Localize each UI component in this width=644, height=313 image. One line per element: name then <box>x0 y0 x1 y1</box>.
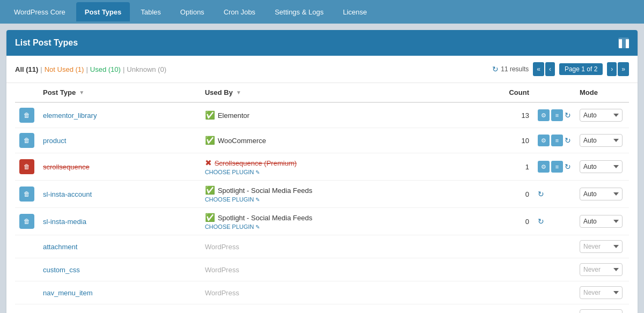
nav-tab-post-types[interactable]: Post Types <box>76 2 130 21</box>
row-trash-icon[interactable]: 🗑 <box>19 133 34 148</box>
used-by-name: ✅Spotlight - Social Media Feeds <box>205 213 312 222</box>
th-used-by[interactable]: Used By ▼ <box>201 83 501 102</box>
post-type-name: nav_menu_item <box>43 289 93 297</box>
count-cell <box>501 235 533 258</box>
mode-select[interactable]: AutoNeverAlways <box>580 215 623 228</box>
last-page-button[interactable]: » <box>618 62 629 76</box>
settings-icon[interactable]: ⚙ <box>538 135 550 146</box>
mode-select[interactable]: AutoNeverAlways <box>580 309 623 313</box>
edit-icon[interactable]: ≡ <box>551 135 563 146</box>
used-by-text: Spotlight - Social Media Feeds <box>218 214 312 222</box>
filter-unknown[interactable]: Unknown (0) <box>127 65 166 73</box>
prev-page-button[interactable]: ‹ <box>545 62 555 76</box>
collapse-button[interactable]: ❚❚ <box>618 38 629 48</box>
used-by-text: WooCommerce <box>218 137 266 145</box>
choose-plugin-link[interactable]: CHOOSE PLUGIN <box>205 196 260 203</box>
nav-tab-wordpress-core[interactable]: WordPress Core <box>5 2 74 21</box>
mode-select[interactable]: AutoNeverAlways <box>580 134 623 147</box>
filter-not-used[interactable]: Not Used (1) <box>45 65 84 73</box>
choose-plugin-link[interactable]: CHOOSE PLUGIN <box>205 169 260 175</box>
nav-tab-settings-logs[interactable]: Settings & Logs <box>266 2 332 21</box>
check-icon: ✅ <box>205 213 215 222</box>
table-row: custom_cssWordPressAutoNeverAlways <box>15 258 629 281</box>
post-type-name: custom_css <box>43 266 80 274</box>
post-type-name[interactable]: sl-insta-media <box>43 218 86 226</box>
mode-select[interactable]: AutoNeverAlways <box>580 109 623 122</box>
check-icon: ✅ <box>205 110 215 120</box>
action-icons: ↻ <box>538 217 571 226</box>
table-row: nav_menu_itemWordPressAutoNeverAlways <box>15 281 629 304</box>
refresh-row-icon[interactable]: ↻ <box>565 111 571 120</box>
next-page-button[interactable]: › <box>607 62 617 76</box>
table-row: 🗑product✅WooCommerce10⚙≡↻AutoNeverAlways <box>15 128 629 153</box>
mode-select[interactable]: AutoNeverAlways <box>580 188 623 200</box>
post-type-name[interactable]: sl-insta-account <box>43 190 92 198</box>
mode-select[interactable]: AutoNeverAlways <box>580 240 623 253</box>
post-type-name[interactable]: elementor_library <box>43 111 97 120</box>
edit-icon[interactable]: ≡ <box>551 161 563 173</box>
used-by-text: Elementor <box>218 111 250 120</box>
used-by-name: ✖Scrollsequence (Premium) <box>205 158 297 168</box>
post-type-name[interactable]: scrollsequence <box>43 163 90 171</box>
row-trash-icon[interactable]: 🗑 <box>19 159 34 174</box>
results-count: ↻ 11 results <box>492 65 529 73</box>
table-wrap: Post Type ▼ Used By ▼ Count Mode 🗑elemen… <box>6 83 638 313</box>
row-trash-icon[interactable]: 🗑 <box>19 108 34 123</box>
filter-bar: All (11) | Not Used (1) | Used (10) | Un… <box>6 56 638 83</box>
mode-select[interactable]: AutoNeverAlways <box>580 160 623 173</box>
row-trash-icon[interactable]: 🗑 <box>19 187 34 202</box>
count-cell <box>501 281 533 304</box>
count-cell: 10 <box>501 128 533 153</box>
refresh-row-icon[interactable]: ↻ <box>565 136 571 145</box>
count-cell <box>501 258 533 281</box>
used-by-name: WordPress <box>205 289 239 297</box>
settings-icon[interactable]: ⚙ <box>538 109 550 121</box>
th-count: Count <box>501 83 533 102</box>
nav-tab-tables[interactable]: Tables <box>132 2 170 21</box>
used-by-text: WordPress <box>205 289 239 297</box>
action-icons: ↻ <box>538 190 571 198</box>
table-row: 🗑sl-insta-account✅Spotlight - Social Med… <box>15 181 629 208</box>
post-type-name[interactable]: product <box>43 137 66 145</box>
table-body: 🗑elementor_library✅Elementor13⚙≡↻AutoNev… <box>15 102 629 313</box>
panel-header: List Post Types ❚❚ <box>6 30 638 56</box>
first-page-button[interactable]: « <box>533 62 544 76</box>
refresh-row-icon[interactable]: ↻ <box>538 217 544 226</box>
row-trash-icon[interactable]: 🗑 <box>19 214 34 229</box>
count-cell: 1 <box>501 153 533 181</box>
nav-tab-license[interactable]: License <box>334 2 376 21</box>
action-icons: ⚙≡↻ <box>538 161 571 173</box>
cross-icon: ✖ <box>205 158 212 168</box>
refresh-icon[interactable]: ↻ <box>492 65 499 73</box>
collapse-icon: ❚❚ <box>617 38 631 48</box>
table-row: pageWordPressAutoNeverAlways <box>15 304 629 314</box>
filter-used[interactable]: Used (10) <box>90 65 121 73</box>
th-post-type[interactable]: Post Type ▼ <box>39 83 201 102</box>
mode-select[interactable]: AutoNeverAlways <box>580 263 623 276</box>
nav-tab-cron-jobs[interactable]: Cron Jobs <box>215 2 264 21</box>
count-cell <box>501 304 533 314</box>
th-icon <box>15 83 39 102</box>
mode-select[interactable]: AutoNeverAlways <box>580 286 623 299</box>
used-by-text: WordPress <box>205 266 239 274</box>
table-header: Post Type ▼ Used By ▼ Count Mode <box>15 83 629 102</box>
used-by-text: Scrollsequence (Premium) <box>215 159 297 167</box>
action-icons: ⚙≡↻ <box>538 135 571 146</box>
used-by-name: WordPress <box>205 243 239 251</box>
choose-plugin-link[interactable]: CHOOSE PLUGIN <box>205 223 260 230</box>
navigation: WordPress CorePost TypesTablesOptionsCro… <box>0 0 644 24</box>
next-last-buttons: › » <box>607 62 629 76</box>
check-icon: ✅ <box>205 185 215 195</box>
count-cell: 0 <box>501 181 533 208</box>
th-mode: Mode <box>575 83 629 102</box>
refresh-row-icon[interactable]: ↻ <box>538 190 544 198</box>
post-type-name: attachment <box>43 243 77 251</box>
filter-all[interactable]: All (11) <box>15 65 38 73</box>
count-cell: 13 <box>501 102 533 128</box>
check-icon: ✅ <box>205 136 215 145</box>
settings-icon[interactable]: ⚙ <box>538 161 550 173</box>
main-container: List Post Types ❚❚ All (11) | Not Used (… <box>0 24 644 313</box>
refresh-row-icon[interactable]: ↻ <box>565 162 571 171</box>
nav-tab-options[interactable]: Options <box>172 2 213 21</box>
edit-icon[interactable]: ≡ <box>551 109 563 121</box>
